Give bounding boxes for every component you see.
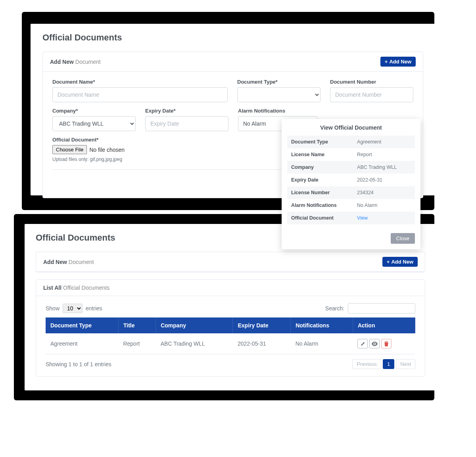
showing-text: Showing 1 to 1 of 1 entries (46, 361, 111, 367)
add-new-button[interactable]: ++ Add NewAdd New (380, 57, 416, 67)
company-select[interactable]: ABC Trading WLL (52, 116, 136, 131)
cell-company: ABC Trading WLL (156, 333, 233, 354)
col-title[interactable]: Title (118, 317, 155, 333)
list-card-header: List All Official Documents (36, 280, 425, 296)
kv-val: Report (357, 152, 411, 157)
table-header-row: Document Type Title Company Expiry Date … (46, 317, 415, 333)
card-header-2: Add New Document + Add New (36, 252, 425, 272)
pager-prev[interactable]: Previous (352, 359, 381, 369)
kv-key: License Number (291, 190, 357, 195)
pager-page-1[interactable]: 1 (383, 359, 394, 369)
kv-val: Agreement (357, 139, 411, 145)
label-official-doc: Official Document* (52, 137, 163, 143)
modal-title: View Official Document (282, 119, 420, 136)
kv-key: Alarm Notifications (291, 203, 357, 208)
kv-key: Expiry Date (291, 177, 357, 183)
label-doc-type: Document Type* (237, 79, 321, 85)
page-size-select[interactable]: 10 (63, 304, 83, 313)
search-label: Search: (325, 305, 344, 312)
card-header-bold: Add New (50, 59, 74, 65)
view-file-link[interactable]: View (357, 215, 368, 221)
label-alarm: Alarm Notifications (238, 108, 317, 114)
page-title: Official Documents (42, 33, 423, 43)
expiry-date-input[interactable] (145, 116, 228, 131)
kv-val: ABC Trading WLL (357, 164, 411, 170)
label-company: Company* (52, 108, 136, 114)
cell-notif: No Alarm (291, 333, 353, 354)
list-header-light: Official Documents (63, 285, 109, 291)
table-footer: Showing 1 to 1 of 1 entries Previous 1 N… (46, 359, 415, 369)
col-company[interactable]: Company (156, 317, 233, 333)
pencil-icon (360, 341, 365, 346)
edit-button[interactable] (357, 339, 368, 348)
cell-type: Agreement (46, 333, 118, 354)
eye-icon (372, 341, 378, 346)
card-header-text-2: Add New Document (43, 259, 94, 265)
entries-label: entries (86, 305, 102, 312)
col-expiry[interactable]: Expiry Date (233, 317, 291, 333)
file-status-text: No file chosen (89, 147, 125, 153)
add-new-card-2: Add New Document + Add New (36, 252, 425, 272)
col-action: Action (353, 317, 415, 333)
svg-point-1 (374, 343, 375, 344)
view-document-modal: View Official Document Document TypeAgre… (282, 119, 420, 249)
document-name-input[interactable] (52, 87, 228, 102)
list-card: List All Official Documents Show 10 entr… (36, 279, 425, 377)
list-header-bold: List All (43, 285, 61, 291)
kv-val: 234324 (357, 190, 411, 195)
search-wrap: Search: (325, 303, 415, 314)
delete-button[interactable] (381, 339, 392, 348)
list-body: Show 10 entries Search: Document Type Ti… (36, 296, 425, 376)
trash-icon (384, 341, 389, 346)
kv-key: Official Document (291, 215, 357, 221)
kv-val: No Alarm (357, 203, 411, 208)
plus-icon: + (385, 59, 388, 65)
card-header-text: Add New Document (50, 59, 101, 65)
label-doc-name: Document Name* (52, 79, 228, 85)
list-controls: Show 10 entries Search: (46, 303, 415, 314)
card-header-bold-2: Add New (43, 259, 67, 265)
document-type-select[interactable] (237, 87, 321, 102)
view-button[interactable] (369, 339, 380, 348)
show-label: Show (46, 305, 60, 312)
col-notif[interactable]: Notifications (291, 317, 353, 333)
kv-key: License Name (291, 152, 357, 157)
pager: Previous 1 Next (352, 359, 415, 369)
label-expiry: Expiry Date* (145, 108, 228, 114)
card-header-light-2: Document (69, 259, 94, 265)
card-header-light: Document (75, 59, 101, 65)
label-doc-number: Document Number (330, 79, 413, 85)
documents-table: Document Type Title Company Expiry Date … (46, 317, 415, 354)
modal-close-button[interactable]: Close (391, 233, 415, 244)
add-new-button-2[interactable]: + Add New (382, 257, 418, 267)
col-doc-type[interactable]: Document Type (46, 317, 118, 333)
modal-body: Document TypeAgreement License NameRepor… (282, 136, 420, 228)
show-entries: Show 10 entries (46, 304, 102, 313)
cell-action (353, 333, 415, 354)
kv-key: Document Type (291, 139, 357, 145)
kv-key: Company (291, 164, 357, 170)
card-header: Add New Document ++ Add NewAdd New (43, 52, 423, 72)
document-number-input[interactable] (330, 87, 413, 102)
table-row: Agreement Report ABC Trading WLL 2022-05… (46, 333, 415, 354)
cell-title: Report (118, 333, 155, 354)
plus-icon: + (387, 259, 390, 265)
kv-val: 2022-05-31 (357, 177, 411, 183)
pager-next[interactable]: Next (396, 359, 415, 369)
cell-expiry: 2022-05-31 (233, 333, 291, 354)
search-input[interactable] (348, 303, 415, 314)
file-hint: Upload files only: gif,png,jpg,jpeg (52, 157, 163, 162)
choose-file-button[interactable]: Choose File (52, 145, 87, 154)
